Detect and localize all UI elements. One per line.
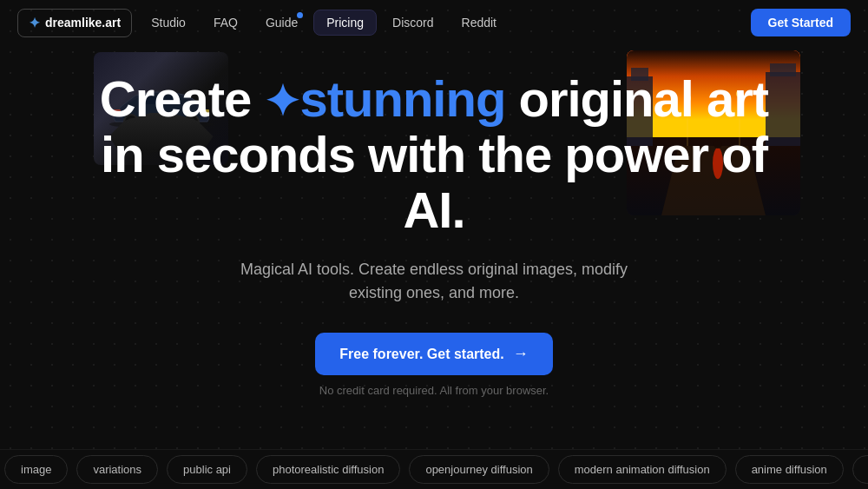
hero-title-start: Create xyxy=(100,70,252,127)
guide-notification-dot xyxy=(297,12,303,18)
nav-item-pricing[interactable]: Pricing xyxy=(313,10,377,36)
tag-anime-diffusion[interactable]: anime diffusion xyxy=(735,455,844,484)
tag-public-api[interactable]: public api xyxy=(167,455,247,484)
logo-icon: ✦ xyxy=(29,15,40,31)
hero-title-end: original art xyxy=(518,70,768,127)
nav-logo[interactable]: ✦ dreamlike.art xyxy=(17,9,132,37)
hero-subtitle: Magical AI tools. Create endless origina… xyxy=(226,258,642,305)
cta-arrow-icon: → xyxy=(513,345,529,363)
hero-section: Create ✦stunning original art in seconds… xyxy=(0,45,868,397)
tag-modern-animation-diffusion[interactable]: modern animation diffusion xyxy=(558,455,727,484)
tag-image[interactable]: image xyxy=(4,455,68,484)
cta-label: Free forever. Get started. xyxy=(339,347,503,362)
logo-label: dreamlike.art xyxy=(45,16,121,30)
nav-item-faq[interactable]: FAQ xyxy=(201,10,250,35)
nav-item-discord[interactable]: Discord xyxy=(380,10,445,35)
cta-button[interactable]: Free forever. Get started. → xyxy=(315,333,552,375)
hero-title-accent: stunning xyxy=(299,70,505,127)
tag-photorealistic-diffusion[interactable]: photorealistic diffusion xyxy=(256,455,400,484)
hero-title-line2: in seconds with the power of AI. xyxy=(101,126,767,238)
hero-title-icon: ✦ xyxy=(264,77,299,126)
tag-openjourney-diffusion[interactable]: openjourney diffusion xyxy=(409,455,549,484)
navbar: ✦ dreamlike.art Studio FAQ Guide Pricing… xyxy=(0,0,868,45)
get-started-button[interactable]: Get Started xyxy=(751,9,851,36)
bottom-tag-bar: image variations public api photorealist… xyxy=(0,449,868,489)
nav-item-studio[interactable]: Studio xyxy=(139,10,198,35)
nav-item-reddit[interactable]: Reddit xyxy=(450,10,509,35)
tag-com[interactable]: com xyxy=(852,455,868,484)
hero-title: Create ✦stunning original art in seconds… xyxy=(95,71,773,237)
tag-variations[interactable]: variations xyxy=(76,455,158,484)
nav-item-guide[interactable]: Guide xyxy=(253,10,310,35)
no-credit-text: No credit card required. All from your b… xyxy=(319,384,549,397)
